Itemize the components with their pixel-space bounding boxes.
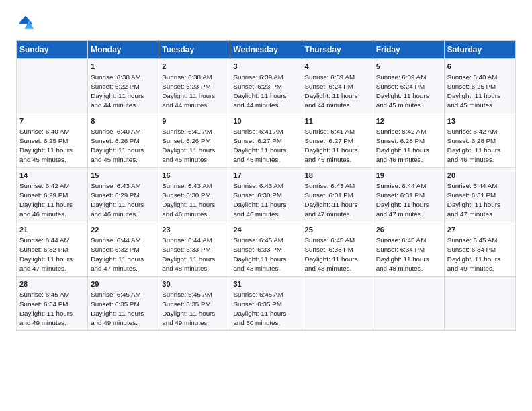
calendar-cell: 25Sunrise: 6:45 AMSunset: 6:33 PMDayligh… (302, 222, 373, 277)
calendar-cell: 9Sunrise: 6:41 AMSunset: 6:26 PMDaylight… (159, 113, 230, 168)
calendar-cell (444, 277, 515, 331)
weekday-header-wednesday: Wednesday (230, 41, 302, 59)
day-number: 15 (91, 171, 156, 181)
calendar-cell: 6Sunrise: 6:40 AMSunset: 6:25 PMDaylight… (444, 59, 515, 113)
cell-content: Sunrise: 6:42 AMSunset: 6:28 PMDaylight:… (376, 127, 441, 165)
weekday-header-friday: Friday (373, 41, 444, 59)
calendar-cell: 8Sunrise: 6:40 AMSunset: 6:26 PMDaylight… (88, 113, 159, 168)
day-number: 20 (447, 171, 513, 181)
calendar-cell: 23Sunrise: 6:44 AMSunset: 6:33 PMDayligh… (159, 222, 230, 277)
day-number: 22 (91, 225, 156, 235)
day-number: 12 (376, 116, 441, 126)
cell-content: Sunrise: 6:45 AMSunset: 6:35 PMDaylight:… (233, 290, 298, 328)
week-row-4: 28Sunrise: 6:45 AMSunset: 6:34 PMDayligh… (17, 277, 516, 331)
calendar-cell: 14Sunrise: 6:42 AMSunset: 6:29 PMDayligh… (17, 168, 88, 222)
cell-content: Sunrise: 6:43 AMSunset: 6:30 PMDaylight:… (162, 181, 227, 219)
week-row-3: 21Sunrise: 6:44 AMSunset: 6:32 PMDayligh… (17, 222, 516, 277)
calendar-cell: 18Sunrise: 6:43 AMSunset: 6:31 PMDayligh… (302, 168, 373, 222)
day-number: 1 (91, 62, 156, 72)
day-number: 30 (162, 279, 227, 289)
calendar-cell: 30Sunrise: 6:45 AMSunset: 6:35 PMDayligh… (159, 277, 230, 331)
calendar-cell: 29Sunrise: 6:45 AMSunset: 6:35 PMDayligh… (88, 277, 159, 331)
day-number: 24 (233, 225, 298, 235)
header (16, 13, 516, 32)
day-number: 7 (19, 116, 85, 126)
logo-icon (16, 13, 35, 32)
cell-content: Sunrise: 6:38 AMSunset: 6:22 PMDaylight:… (91, 73, 156, 110)
day-number: 13 (447, 116, 513, 126)
calendar-cell: 7Sunrise: 6:40 AMSunset: 6:25 PMDaylight… (17, 113, 88, 168)
day-number: 9 (162, 116, 227, 126)
calendar-cell: 21Sunrise: 6:44 AMSunset: 6:32 PMDayligh… (17, 222, 88, 277)
cell-content: Sunrise: 6:40 AMSunset: 6:25 PMDaylight:… (447, 73, 513, 110)
calendar-cell: 24Sunrise: 6:45 AMSunset: 6:33 PMDayligh… (230, 222, 302, 277)
cell-content: Sunrise: 6:41 AMSunset: 6:27 PMDaylight:… (233, 127, 298, 165)
day-number: 4 (305, 62, 370, 72)
day-number: 5 (376, 62, 441, 72)
page: SundayMondayTuesdayWednesdayThursdayFrid… (0, 0, 532, 342)
cell-content: Sunrise: 6:44 AMSunset: 6:31 PMDaylight:… (447, 181, 513, 219)
calendar-cell: 16Sunrise: 6:43 AMSunset: 6:30 PMDayligh… (159, 168, 230, 222)
cell-content: Sunrise: 6:39 AMSunset: 6:24 PMDaylight:… (376, 73, 441, 110)
cell-content: Sunrise: 6:45 AMSunset: 6:34 PMDaylight:… (447, 236, 513, 273)
calendar-cell: 22Sunrise: 6:44 AMSunset: 6:32 PMDayligh… (88, 222, 159, 277)
day-number: 29 (91, 279, 156, 289)
day-number: 21 (19, 225, 85, 235)
week-row-2: 14Sunrise: 6:42 AMSunset: 6:29 PMDayligh… (17, 168, 516, 222)
cell-content: Sunrise: 6:45 AMSunset: 6:35 PMDaylight:… (162, 290, 227, 328)
cell-content: Sunrise: 6:45 AMSunset: 6:34 PMDaylight:… (376, 236, 441, 273)
calendar-cell: 11Sunrise: 6:41 AMSunset: 6:27 PMDayligh… (302, 113, 373, 168)
day-number: 26 (376, 225, 441, 235)
cell-content: Sunrise: 6:38 AMSunset: 6:23 PMDaylight:… (162, 73, 227, 110)
day-number: 2 (162, 62, 227, 72)
weekday-header-row: SundayMondayTuesdayWednesdayThursdayFrid… (17, 41, 516, 59)
calendar-cell: 27Sunrise: 6:45 AMSunset: 6:34 PMDayligh… (444, 222, 515, 277)
cell-content: Sunrise: 6:44 AMSunset: 6:33 PMDaylight:… (162, 236, 227, 273)
cell-content: Sunrise: 6:40 AMSunset: 6:25 PMDaylight:… (19, 127, 85, 165)
cell-content: Sunrise: 6:43 AMSunset: 6:29 PMDaylight:… (91, 181, 156, 219)
cell-content: Sunrise: 6:43 AMSunset: 6:30 PMDaylight:… (233, 181, 298, 219)
calendar-cell: 17Sunrise: 6:43 AMSunset: 6:30 PMDayligh… (230, 168, 302, 222)
calendar-cell: 3Sunrise: 6:39 AMSunset: 6:23 PMDaylight… (230, 59, 302, 113)
day-number: 31 (233, 279, 298, 289)
calendar-cell: 10Sunrise: 6:41 AMSunset: 6:27 PMDayligh… (230, 113, 302, 168)
day-number: 3 (233, 62, 298, 72)
cell-content: Sunrise: 6:41 AMSunset: 6:26 PMDaylight:… (162, 127, 227, 165)
cell-content: Sunrise: 6:43 AMSunset: 6:31 PMDaylight:… (305, 181, 370, 219)
calendar-cell (17, 59, 88, 113)
week-row-0: 1Sunrise: 6:38 AMSunset: 6:22 PMDaylight… (17, 59, 516, 113)
weekday-header-sunday: Sunday (17, 41, 88, 59)
calendar-cell (302, 277, 373, 331)
day-number: 18 (305, 171, 370, 181)
day-number: 23 (162, 225, 227, 235)
calendar-table: SundayMondayTuesdayWednesdayThursdayFrid… (16, 40, 516, 331)
day-number: 10 (233, 116, 298, 126)
calendar-cell: 13Sunrise: 6:42 AMSunset: 6:28 PMDayligh… (444, 113, 515, 168)
cell-content: Sunrise: 6:45 AMSunset: 6:33 PMDaylight:… (233, 236, 298, 273)
cell-content: Sunrise: 6:45 AMSunset: 6:35 PMDaylight:… (91, 290, 156, 328)
cell-content: Sunrise: 6:44 AMSunset: 6:32 PMDaylight:… (19, 236, 85, 273)
cell-content: Sunrise: 6:42 AMSunset: 6:28 PMDaylight:… (447, 127, 513, 165)
calendar-cell (373, 277, 444, 331)
cell-content: Sunrise: 6:41 AMSunset: 6:27 PMDaylight:… (305, 127, 370, 165)
weekday-header-tuesday: Tuesday (159, 41, 230, 59)
cell-content: Sunrise: 6:45 AMSunset: 6:33 PMDaylight:… (305, 236, 370, 273)
day-number: 11 (305, 116, 370, 126)
calendar-cell: 15Sunrise: 6:43 AMSunset: 6:29 PMDayligh… (88, 168, 159, 222)
calendar-cell: 26Sunrise: 6:45 AMSunset: 6:34 PMDayligh… (373, 222, 444, 277)
day-number: 19 (376, 171, 441, 181)
calendar-cell: 19Sunrise: 6:44 AMSunset: 6:31 PMDayligh… (373, 168, 444, 222)
calendar-cell: 1Sunrise: 6:38 AMSunset: 6:22 PMDaylight… (88, 59, 159, 113)
calendar-cell: 5Sunrise: 6:39 AMSunset: 6:24 PMDaylight… (373, 59, 444, 113)
day-number: 6 (447, 62, 513, 72)
day-number: 27 (447, 225, 513, 235)
day-number: 8 (91, 116, 156, 126)
calendar-cell: 20Sunrise: 6:44 AMSunset: 6:31 PMDayligh… (444, 168, 515, 222)
svg-marker-0 (19, 16, 33, 24)
cell-content: Sunrise: 6:44 AMSunset: 6:32 PMDaylight:… (91, 236, 156, 273)
calendar-cell: 4Sunrise: 6:39 AMSunset: 6:24 PMDaylight… (302, 59, 373, 113)
weekday-header-monday: Monday (88, 41, 159, 59)
calendar-cell: 28Sunrise: 6:45 AMSunset: 6:34 PMDayligh… (17, 277, 88, 331)
logo (16, 13, 38, 32)
cell-content: Sunrise: 6:39 AMSunset: 6:23 PMDaylight:… (233, 73, 298, 110)
